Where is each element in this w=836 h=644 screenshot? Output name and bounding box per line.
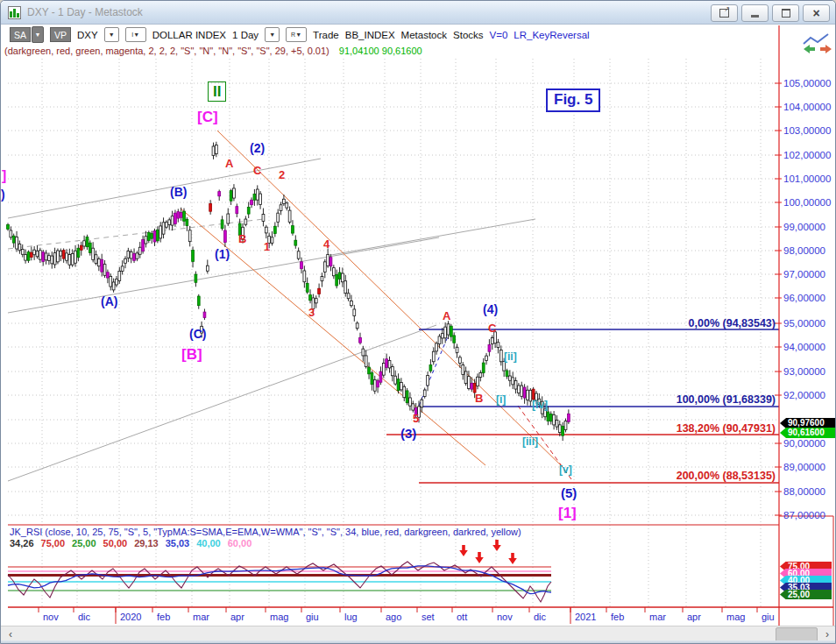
price-axis-label: 97,00000 (783, 269, 825, 280)
time-axis-label: dic (78, 612, 90, 622)
price-axis-label: 92,00000 (783, 390, 825, 400)
wave-label: C (253, 165, 261, 176)
price-axis-label: 105,00000 (783, 78, 831, 88)
price-axis-label: 93,00000 (783, 366, 825, 377)
price-axis-label: 99,00000 (783, 222, 825, 232)
fib-level-label: 0,00% (94,83543) (635, 317, 776, 329)
time-axis-label: set (422, 612, 435, 622)
time-axis-label: apr (687, 612, 701, 622)
price-axis-label: 103,00000 (783, 125, 831, 136)
wave-label: (4) (483, 303, 498, 315)
wave-label: ) (1, 188, 5, 201)
wave-label: [iii] (522, 436, 538, 447)
down-arrow-icon (492, 540, 501, 551)
price-axis-label: 88,00000 (783, 486, 825, 497)
time-axis-label: feb (157, 612, 170, 622)
wave-label: (A) (101, 295, 117, 308)
rsi-value: 50,00 (103, 538, 128, 548)
wave-label: ] (2, 169, 6, 183)
rsi-value: 40,00 (196, 538, 221, 548)
wave-label: (5) (561, 486, 577, 499)
price-tag: 90,61600 (780, 428, 836, 438)
window-bottom-edge (1, 640, 836, 644)
time-axis-label: 2021 (575, 612, 596, 622)
time-axis-label: giu (762, 612, 775, 622)
time-axis-label: nov (497, 612, 513, 622)
time-axis-label: ago (386, 612, 401, 622)
price-axis-label: 95,00000 (783, 318, 825, 329)
wave-label: 1 (264, 241, 270, 252)
time-axis-label: apr (230, 612, 244, 622)
price-axis-label: 94,00000 (783, 342, 825, 352)
fib-level-label: 138,20% (90,47931) (635, 422, 776, 435)
price-axis-label: 98,00000 (783, 245, 825, 256)
wave-label: (2) (250, 142, 265, 154)
time-axis-label: lug (344, 612, 358, 622)
wave-label: A (443, 310, 450, 322)
rsi-value: 75,00 (41, 538, 66, 548)
wave-label: [1] (558, 506, 577, 520)
candles (7, 142, 570, 441)
wave-label: II (208, 81, 226, 102)
wave-label: (3) (400, 427, 416, 440)
time-axis-label: 2020 (120, 612, 141, 622)
price-axis-label: 100,00000 (783, 197, 831, 208)
wave-label: [i] (496, 394, 506, 405)
time-axis-label: mag (726, 612, 745, 622)
time-axis-label: mag (270, 612, 288, 622)
rsi-value: 29,13 (134, 538, 159, 548)
rsi-value: 35,03 (166, 538, 190, 548)
price-axis-label: 87,00000 (783, 510, 825, 520)
wave-label: [iv] (532, 400, 548, 410)
price-axis-label: 96,00000 (783, 293, 825, 303)
wave-label: 2 (279, 169, 285, 180)
scroll-left-icon[interactable]: ‹ (3, 627, 18, 640)
rsi-tag: 25,00 (780, 590, 832, 599)
price-axis-label: 101,00000 (783, 173, 831, 184)
wave-label: 3 (308, 307, 315, 318)
wave-label: 5 (413, 413, 419, 424)
wave-label: (B) (170, 186, 187, 198)
rsi-indicator-values: 34,2675,0025,0050,0029,1335,0340,0060,00 (10, 538, 259, 548)
time-axis-label: nov (43, 612, 59, 622)
price-axis-label: 104,00000 (783, 102, 831, 112)
price-tag: 90,97600 (780, 418, 836, 428)
wave-label: C (488, 322, 496, 334)
fib-level-label: 200,00% (88,53135) (635, 470, 776, 482)
time-axis-label: mar (193, 612, 209, 622)
wave-label: [B] (181, 347, 202, 362)
wave-label: A (225, 158, 233, 169)
wave-label: [C] (197, 110, 218, 124)
time-axis-label: dic (534, 612, 546, 622)
time-axis-label: giu (306, 612, 319, 622)
down-arrow-icon (475, 552, 484, 563)
figure-label: Fig. 5 (546, 88, 600, 112)
rsi-value: 34,26 (10, 538, 34, 548)
wave-label: (1) (215, 248, 230, 260)
fib-level-label: 100,00% (91,68339) (635, 393, 776, 406)
rsi-indicator-header: JK_RSI (close, 10, 25, 75, "S", 5, "TypM… (10, 527, 521, 537)
wave-label: (C) (189, 328, 206, 340)
time-axis-label: mar (649, 612, 666, 622)
metastock-window: DXY - 1 Day - Metastock ↗ × SA ▼ VP DXY … (0, 0, 836, 644)
scroll-right-icon[interactable]: › (819, 627, 835, 640)
rsi-value: 60,00 (228, 538, 252, 548)
down-arrow-icon (508, 553, 517, 564)
wave-label: [v] (559, 464, 572, 475)
horizontal-scrollbar[interactable]: ‹ › (1, 626, 836, 641)
price-axis-label: 102,00000 (783, 150, 831, 160)
price-axis-label: 89,00000 (783, 462, 825, 472)
down-arrow-icon (459, 545, 468, 556)
chart-area[interactable]: Fig. 5 II[C](2)AC2(B)B1(1)4(A)3(C)[B]A(4… (1, 1, 836, 644)
time-axis-label: ott (457, 612, 467, 622)
wave-label: 4 (323, 238, 329, 250)
price-axis-label: 90,00000 (783, 438, 825, 449)
wave-label: B (475, 393, 483, 404)
rsi-value: 25,00 (72, 538, 96, 548)
time-axis-label: feb (611, 612, 624, 622)
wave-label: B (238, 233, 246, 244)
wave-label: [ii] (504, 351, 517, 362)
